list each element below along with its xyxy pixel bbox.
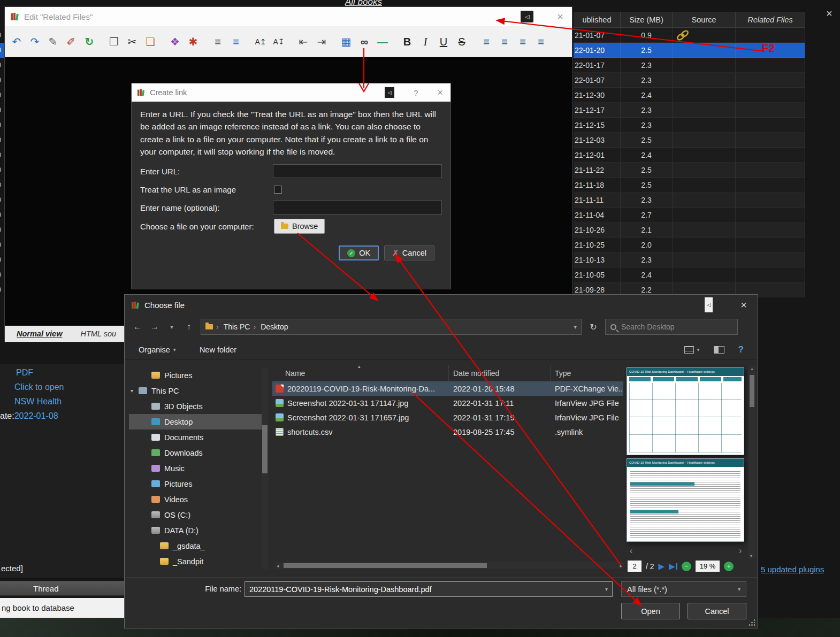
- choose-file-titlebar[interactable]: Choose file ◁ ×: [125, 295, 758, 315]
- column-header-related-files[interactable]: Related Files: [736, 12, 805, 27]
- book-row[interactable]: 21-10-26 2.1: [574, 222, 805, 237]
- toolbar-icon[interactable]: ≡: [230, 35, 242, 48]
- book-row[interactable]: 21-10-05 2.4: [574, 267, 805, 282]
- sidebar-item[interactable]: ▾ This PC: [129, 383, 262, 398]
- browse-button[interactable]: Browse: [274, 219, 325, 234]
- tab-html-source[interactable]: HTML sou: [80, 329, 116, 338]
- file-row[interactable]: Screenshot 2022-01-31 171657.jpg 2022-01…: [272, 410, 623, 425]
- zoom-in-icon[interactable]: +: [724, 562, 734, 571]
- next-page-icon[interactable]: ▶: [659, 562, 665, 571]
- toolbar-icon[interactable]: ↶: [10, 35, 23, 48]
- open-button[interactable]: Open: [621, 603, 680, 619]
- zoom-level[interactable]: 19 %: [696, 561, 720, 572]
- sidebar-item[interactable]: ▾ Documents: [129, 429, 262, 445]
- create-link-titlebar[interactable]: Create link ◁ ? ×: [132, 83, 450, 102]
- link-icon[interactable]: [675, 30, 691, 41]
- help-icon[interactable]: ?: [414, 88, 418, 97]
- forward-icon[interactable]: →: [149, 322, 160, 332]
- book-row[interactable]: 21-12-03 2.5: [574, 133, 805, 148]
- column-header-type[interactable]: Type: [551, 365, 623, 381]
- treat-as-image-checkbox[interactable]: [274, 186, 282, 194]
- column-header-published[interactable]: ublished: [574, 12, 621, 27]
- toolbar-icon[interactable]: A↧: [272, 35, 285, 48]
- url-input[interactable]: [273, 164, 442, 178]
- scrollbar-thumb[interactable]: [262, 425, 268, 473]
- ok-button[interactable]: ✓ OK: [339, 245, 379, 260]
- sidebar-item[interactable]: ▾ _gsdata_: [129, 538, 262, 554]
- book-row[interactable]: 21-11-22 2.5: [574, 163, 805, 178]
- close-icon[interactable]: ×: [826, 7, 833, 20]
- toolbar-icon[interactable]: ⇥: [315, 35, 328, 48]
- sidebar-item[interactable]: ▾ OS (C:): [129, 507, 262, 523]
- preview-prev-icon[interactable]: ‹: [630, 546, 632, 556]
- scroll-left-icon[interactable]: ◂: [277, 563, 279, 569]
- chevron-down-icon[interactable]: ▾: [605, 586, 608, 592]
- toolbar-icon[interactable]: A↥: [254, 35, 267, 48]
- resize-grip[interactable]: [749, 619, 755, 626]
- jobs-column-header[interactable]: Thread: [0, 581, 126, 596]
- book-row[interactable]: 22-01-20 2.5: [574, 43, 805, 58]
- toolbar-icon[interactable]: ≡: [211, 35, 224, 48]
- toolbar-icon[interactable]: ↷: [28, 35, 41, 48]
- toolbar-icon[interactable]: S: [455, 35, 468, 48]
- scrollbar-thumb[interactable]: [750, 375, 754, 407]
- file-row[interactable]: Screenshot 2022-01-31 171147.jpg 2022-01…: [272, 396, 623, 410]
- sidebar-scrollbar[interactable]: [262, 367, 268, 569]
- sidebar-item[interactable]: ▾ 3D Objects: [129, 398, 262, 414]
- toolbar-icon[interactable]: ✎: [47, 35, 59, 48]
- book-row[interactable]: 21-01-07 0.9: [574, 28, 805, 43]
- sidebar-item[interactable]: ▾ Downloads: [129, 445, 262, 461]
- toolbar-icon[interactable]: ❖: [169, 35, 181, 48]
- book-row[interactable]: 21-10-25 2.0: [574, 237, 805, 252]
- toolbar-icon[interactable]: ❏: [144, 35, 157, 48]
- toolbar-icon[interactable]: ✂: [126, 35, 139, 48]
- column-header-source[interactable]: Source: [673, 12, 736, 27]
- toolbar-icon[interactable]: ✐: [65, 35, 78, 48]
- cancel-button[interactable]: Cancel: [688, 603, 746, 619]
- sidebar-item[interactable]: ▾ Pictures: [129, 367, 262, 383]
- expander-icon[interactable]: ▾: [131, 388, 133, 394]
- help-icon[interactable]: ?: [738, 344, 744, 355]
- address-bar[interactable]: This PCDesktop ▾: [201, 319, 582, 335]
- last-page-icon[interactable]: ▶: [669, 562, 677, 571]
- book-row[interactable]: 21-12-15 2.3: [574, 118, 805, 133]
- sidebar-item[interactable]: ▾ DATA (D:): [129, 523, 262, 538]
- view-mode-button[interactable]: ▾: [684, 346, 700, 354]
- back-icon[interactable]: ←: [132, 322, 143, 332]
- sidebar-item[interactable]: ▾ _Sandpit: [129, 554, 262, 569]
- book-row[interactable]: 22-01-07 2.3: [574, 73, 805, 88]
- book-row[interactable]: 21-12-01 2.4: [574, 148, 805, 163]
- format-pdf-link[interactable]: PDF: [16, 368, 33, 378]
- column-header-size[interactable]: Size (MB): [621, 12, 673, 27]
- sidebar-item[interactable]: ▾ Music: [129, 461, 262, 476]
- book-row[interactable]: 21-10-13 2.3: [574, 252, 805, 267]
- click-to-open-link[interactable]: Click to open: [14, 382, 64, 392]
- file-row[interactable]: shortcuts.csv 2019-08-25 17:45 .symlink: [272, 425, 623, 439]
- sidebar-item[interactable]: ▾ Videos: [129, 492, 262, 507]
- name-input[interactable]: [273, 201, 442, 214]
- breadcrumb-item[interactable]: Desktop: [250, 323, 288, 331]
- filetype-select[interactable]: All files (*.*) ▾: [621, 581, 746, 597]
- toolbar-icon[interactable]: ≡: [498, 35, 511, 48]
- book-row[interactable]: 22-01-17 2.3: [574, 58, 805, 73]
- editor-titlebar[interactable]: Edit "Related Files" ◁ ×: [5, 7, 572, 26]
- scroll-right-icon[interactable]: ▸: [620, 563, 622, 569]
- address-dropdown-icon[interactable]: ▾: [574, 324, 577, 331]
- zoom-out-icon[interactable]: −: [682, 562, 691, 571]
- breadcrumb-item[interactable]: This PC: [213, 323, 250, 331]
- toolbar-icon[interactable]: B: [401, 35, 414, 48]
- toolbar-icon[interactable]: ⇤: [297, 35, 310, 48]
- book-row[interactable]: 21-11-18 2.5: [574, 178, 805, 193]
- toolbar-icon[interactable]: ▦: [340, 35, 353, 48]
- preview-next-icon[interactable]: ›: [739, 546, 742, 556]
- book-row[interactable]: 21-12-17 2.3: [574, 103, 805, 118]
- toolbar-icon[interactable]: U: [437, 35, 450, 48]
- scrollbar-thumb[interactable]: [284, 563, 487, 568]
- filename-input[interactable]: 20220119-COVID-19-Risk-Monitoring-Dashbo…: [245, 581, 613, 597]
- history-dropdown-icon[interactable]: ▾: [166, 324, 177, 330]
- organise-button[interactable]: Organise ▾: [139, 346, 176, 354]
- toolbar-icon[interactable]: ↻: [83, 35, 96, 48]
- file-row[interactable]: 20220119-COVID-19-Risk-Monitoring-Da... …: [272, 381, 623, 396]
- toolbar-icon[interactable]: ≡: [480, 35, 493, 48]
- updated-plugins-link[interactable]: 5 updated plugins: [761, 565, 824, 574]
